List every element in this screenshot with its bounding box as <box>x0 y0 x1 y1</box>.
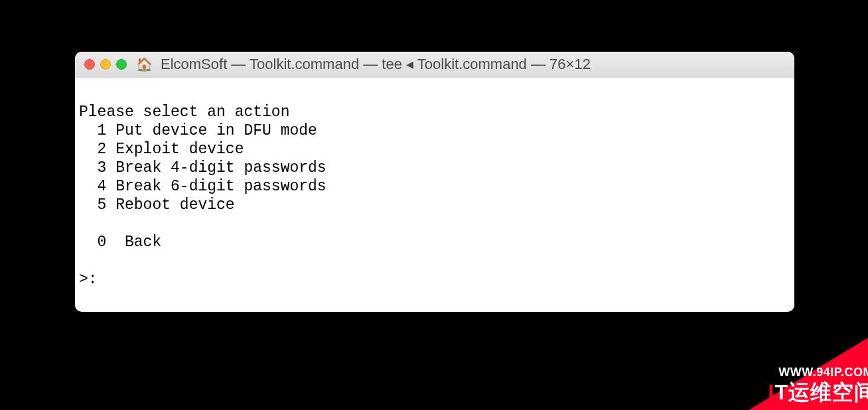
watermark-url: WWW.94IP.COM <box>778 366 868 379</box>
menu-option: 3 Break 4-digit passwords <box>79 159 326 176</box>
maximize-icon[interactable] <box>116 59 127 70</box>
home-icon: 🏠 <box>136 58 153 71</box>
minimize-icon[interactable] <box>100 59 111 70</box>
watermark-brand: IT运维空间 <box>768 378 868 407</box>
window-titlebar[interactable]: 🏠 ElcomSoft — Toolkit.command — tee ◂ To… <box>75 52 794 78</box>
menu-option: 4 Break 6-digit passwords <box>79 178 326 195</box>
menu-header: Please select an action <box>79 103 289 121</box>
menu-option: 2 Exploit device <box>79 141 244 158</box>
watermark: WWW.94IP.COM IT运维空间 <box>661 304 868 410</box>
watermark-brand-rest: T运维空间 <box>774 380 868 404</box>
menu-option: 5 Reboot device <box>79 196 235 214</box>
terminal-output[interactable]: Please select an action 1 Put device in … <box>75 78 794 289</box>
window-title: ElcomSoft — Toolkit.command — tee ◂ Tool… <box>161 56 591 73</box>
close-icon[interactable] <box>84 59 95 70</box>
menu-option: 1 Put device in DFU mode <box>79 122 317 139</box>
menu-back: 0 Back <box>79 234 161 251</box>
watermark-brand-accent: I <box>768 380 775 404</box>
prompt[interactable]: >: <box>79 271 106 288</box>
terminal-window: 🏠 ElcomSoft — Toolkit.command — tee ◂ To… <box>75 52 794 312</box>
watermark-triangle <box>694 310 868 410</box>
